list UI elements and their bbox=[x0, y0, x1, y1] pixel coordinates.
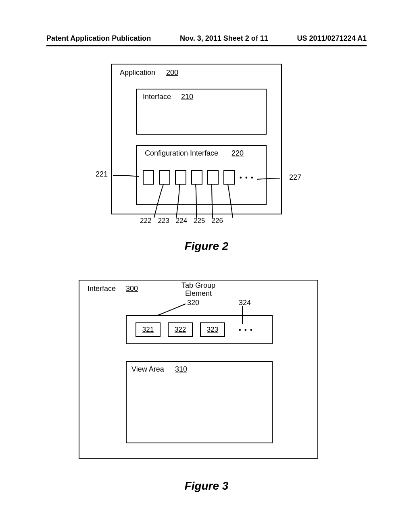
config-slot-reference-numbers: 222 223 224 225 226 bbox=[140, 217, 223, 225]
leader-lines-fig2 bbox=[112, 64, 281, 214]
figure-2-caption: Figure 2 bbox=[0, 240, 413, 253]
ref-222: 222 bbox=[140, 217, 151, 225]
tab-321: 321 bbox=[136, 322, 161, 337]
ellipsis-icon: • • • bbox=[239, 326, 253, 334]
ref-223: 223 bbox=[158, 217, 169, 225]
view-area-label: View Area bbox=[131, 365, 164, 374]
view-area-box: View Area 310 bbox=[126, 361, 273, 443]
ref-225: 225 bbox=[194, 217, 205, 225]
callout-227: 227 bbox=[289, 173, 301, 182]
tab-322: 322 bbox=[168, 322, 193, 337]
figure-3-caption: Figure 3 bbox=[0, 480, 413, 493]
header-left: Patent Application Publication bbox=[46, 34, 151, 43]
figure-3-interface-box: Interface 300 Tab Group Element 320 324 … bbox=[79, 280, 318, 459]
page-header: Patent Application Publication Nov. 3, 2… bbox=[46, 34, 367, 43]
callout-221: 221 bbox=[96, 170, 108, 179]
header-rule bbox=[46, 45, 367, 46]
view-area-reference-number: 310 bbox=[175, 365, 187, 374]
ref-224: 224 bbox=[176, 217, 187, 225]
figure-2-application-box: Application 200 Interface 210 Configurat… bbox=[111, 64, 282, 214]
tab-group-box: 321 322 323 • • • bbox=[126, 315, 273, 344]
header-right: US 2011/0271224 A1 bbox=[297, 34, 367, 43]
ref-226: 226 bbox=[212, 217, 223, 225]
tab-323: 323 bbox=[200, 322, 225, 337]
header-center: Nov. 3, 2011 Sheet 2 of 11 bbox=[180, 34, 268, 43]
patent-drawing-page: Patent Application Publication Nov. 3, 2… bbox=[0, 0, 413, 532]
